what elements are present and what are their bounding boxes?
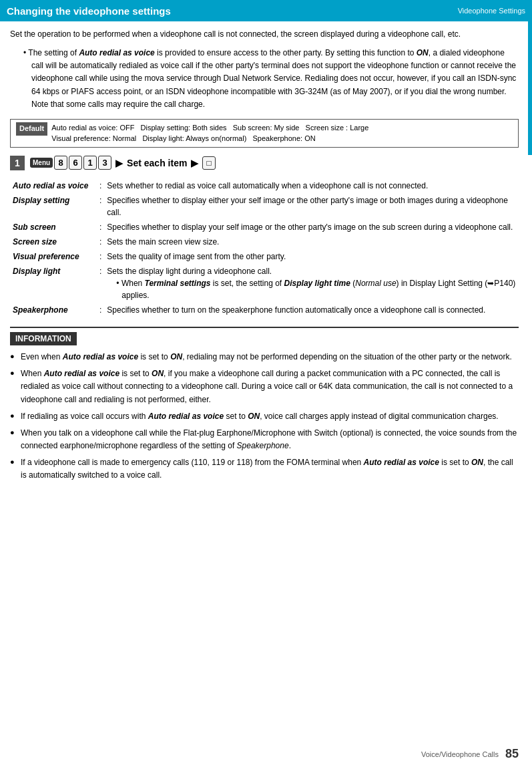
key-end: □ bbox=[202, 156, 215, 170]
settings-row-0: Auto redial as voice:Sets whether to red… bbox=[10, 178, 519, 193]
default-box: Default Auto redial as voice: OFF Displa… bbox=[10, 119, 519, 148]
key-8: 8 bbox=[54, 156, 67, 170]
setting-colon-6: : bbox=[97, 303, 104, 317]
footer-text: Voice/Videophone Calls bbox=[421, 750, 499, 758]
settings-row-1: Display setting:Specifies whether to dis… bbox=[10, 193, 519, 220]
page-title: Changing the videophone settings bbox=[7, 5, 171, 17]
step-keys: Menu 8 6 1 3 ▶ Set each item ▶ □ bbox=[30, 156, 216, 170]
intro-line1: Set the operation to be performed when a… bbox=[10, 29, 461, 39]
setting-sub-5: • When Terminal settings is set, the set… bbox=[116, 277, 516, 301]
page-number: 85 bbox=[505, 747, 519, 761]
key-menu: Menu bbox=[30, 158, 53, 168]
setting-label-6: Speakerphone bbox=[10, 303, 97, 317]
settings-table: Auto redial as voice:Sets whether to red… bbox=[10, 178, 519, 317]
settings-row-2: Sub screen:Specifies whether to display … bbox=[10, 220, 519, 235]
default-text: Auto redial as voice: OFF Display settin… bbox=[51, 122, 368, 144]
setting-colon-1: : bbox=[97, 193, 104, 220]
step-row: 1 Menu 8 6 1 3 ▶ Set each item ▶ □ bbox=[10, 156, 519, 170]
main-content: Set the operation to be performed when a… bbox=[0, 21, 532, 493]
setting-desc-4: Sets the quality of image sent from the … bbox=[104, 249, 519, 264]
info-item-2: If redialing as voice call occurs with A… bbox=[10, 410, 519, 423]
intro-bullet-section: • The setting of Auto redial as voice is… bbox=[23, 47, 519, 111]
settings-row-4: Visual preference:Sets the quality of im… bbox=[10, 249, 519, 264]
setting-desc-6: Specifies whether to turn on the speaker… bbox=[104, 303, 519, 317]
arrow-1: ▶ bbox=[115, 158, 123, 168]
intro-paragraph: Set the operation to be performed when a… bbox=[10, 28, 519, 40]
step-number: 1 bbox=[10, 156, 25, 170]
setting-colon-3: : bbox=[97, 235, 104, 249]
information-list: Even when Auto redial as voice is set to… bbox=[10, 351, 519, 482]
info-item-4: If a videophone call is made to emergenc… bbox=[10, 456, 519, 482]
setting-desc-1: Specifies whether to display either your… bbox=[104, 193, 519, 220]
key-1: 1 bbox=[83, 156, 97, 170]
setting-desc-0: Sets whether to redial as voice call aut… bbox=[104, 178, 519, 193]
setting-label-3: Screen size bbox=[10, 235, 97, 249]
setting-label-0: Auto redial as voice bbox=[10, 178, 97, 193]
settings-row-3: Screen size:Sets the main screen view si… bbox=[10, 235, 519, 249]
info-item-0: Even when Auto redial as voice is set to… bbox=[10, 351, 519, 363]
info-item-1: When Auto redial as voice is set to ON, … bbox=[10, 367, 519, 406]
setting-colon-0: : bbox=[97, 178, 104, 193]
information-section: INFORMATION Even when Auto redial as voi… bbox=[10, 327, 519, 482]
setting-colon-4: : bbox=[97, 249, 104, 264]
page-subtitle: Videophone Settings bbox=[458, 7, 525, 15]
setting-desc-3: Sets the main screen view size. bbox=[104, 235, 519, 249]
setting-desc-5: Sets the display light during a videopho… bbox=[104, 264, 519, 303]
key-6: 6 bbox=[69, 156, 82, 170]
setting-label-5: Display light bbox=[10, 264, 97, 303]
setting-label-2: Sub screen bbox=[10, 220, 97, 235]
setting-label-1: Display setting bbox=[10, 193, 97, 220]
key-3: 3 bbox=[98, 156, 111, 170]
setting-colon-5: : bbox=[97, 264, 104, 303]
settings-row-6: Speakerphone:Specifies whether to turn o… bbox=[10, 303, 519, 317]
header-bar: Changing the videophone settings Videoph… bbox=[0, 0, 532, 21]
right-accent-bar bbox=[528, 21, 532, 155]
setting-colon-2: : bbox=[97, 220, 104, 235]
set-each-item-label: Set each item bbox=[127, 158, 187, 168]
info-item-3: When you talk on a videophone call while… bbox=[10, 427, 519, 452]
setting-desc-2: Specifies whether to display your self i… bbox=[104, 220, 519, 235]
setting-label-4: Visual preference bbox=[10, 249, 97, 264]
settings-row-5: Display light:Sets the display light dur… bbox=[10, 264, 519, 303]
footer: Voice/Videophone Calls 85 bbox=[421, 747, 519, 761]
arrow-2: ▶ bbox=[191, 158, 198, 168]
default-label: Default bbox=[16, 122, 47, 136]
information-label: INFORMATION bbox=[10, 332, 77, 345]
intro-bullet: • The setting of Auto redial as voice is… bbox=[23, 47, 519, 111]
